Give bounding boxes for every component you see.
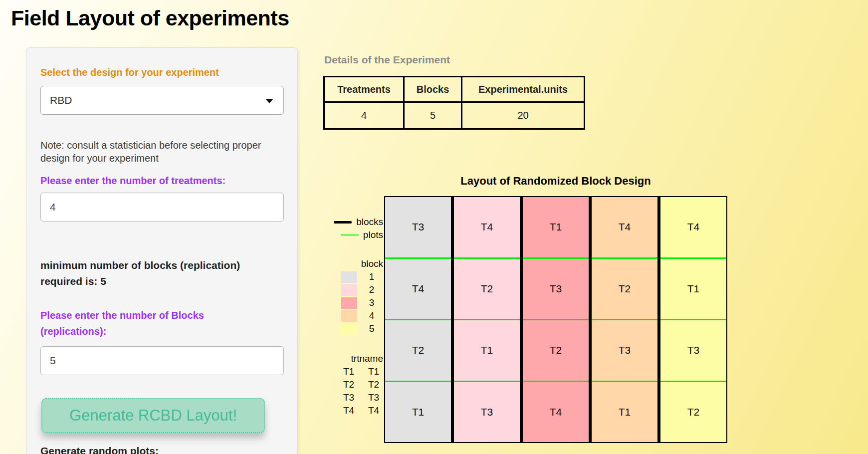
trt-code-label: T4: [340, 405, 357, 416]
block-column-3: T1T3T2T4: [520, 197, 589, 442]
legend-block-row: 2: [319, 283, 383, 296]
block-column-4: T4T2T3T1: [589, 197, 657, 442]
plot-cell: T4: [592, 197, 657, 257]
plot-cell: T1: [592, 381, 657, 443]
plot-cell: T1: [660, 257, 726, 319]
legend-block-row: 5: [319, 322, 383, 335]
plot-cell: T3: [523, 257, 589, 319]
blocks-input[interactable]: [40, 346, 284, 375]
block-color-swatch: [341, 284, 357, 296]
trt-code-label: T1: [340, 366, 357, 377]
legend-block-row: 1: [319, 270, 383, 283]
trt-name-label: T2: [365, 379, 382, 390]
blocks-label: Please enter the number of Blocks (repli…: [40, 307, 270, 339]
block-column-2: T4T2T1T3: [451, 197, 520, 442]
design-note-text: Note: consult a statistician before sele…: [40, 139, 279, 165]
block-color-swatch: [341, 323, 357, 335]
plots-line-icon: [341, 234, 359, 235]
treatments-input[interactable]: [40, 193, 284, 222]
trt-code-label: T2: [340, 379, 357, 390]
details-table-value-cell: 20: [462, 102, 585, 129]
blocks-line-icon: [334, 221, 352, 224]
block-number-label: 5: [364, 323, 379, 334]
plot-cell: T1: [454, 319, 520, 381]
block-number-label: 2: [364, 284, 379, 295]
plot-cell: T1: [385, 381, 451, 443]
legend-block-section: block 12345: [319, 257, 383, 335]
legend-trt-section: trtname T1T1T2T2T3T3T4T4: [319, 352, 383, 417]
block-color-swatch: [341, 271, 357, 283]
details-table-value-cell: 4: [324, 102, 404, 129]
min-blocks-text: minimum number of blocks (replication) r…: [40, 257, 275, 289]
legend-trt-row: T4T4: [319, 404, 383, 417]
treatments-label: Please enter the number of treatments:: [40, 173, 270, 189]
block-number-label: 3: [364, 297, 379, 308]
block-color-swatch: [341, 297, 357, 309]
plot-cell: T3: [385, 197, 451, 257]
block-number-label: 4: [364, 310, 379, 321]
legend-blocks-entry: blocks: [319, 216, 383, 228]
block-column-1: T3T4T2T1: [385, 197, 451, 442]
details-table-header-cell: Blocks: [404, 77, 462, 102]
block-column-5: T4T1T3T2: [657, 197, 726, 442]
details-table-header-row: TreatmentsBlocksExperimental.units: [324, 77, 585, 102]
plot-cell: T1: [523, 197, 589, 257]
random-plots-label: Generate random plots:: [40, 445, 159, 454]
chevron-down-icon: [265, 99, 273, 103]
legend-lines-section: blocks plots: [319, 216, 383, 241]
legend-plots-label: plots: [363, 229, 383, 240]
trt-name-label: T4: [365, 405, 382, 416]
legend-trt-row: T1T1: [319, 365, 383, 378]
plot-cell: T4: [523, 381, 589, 443]
plot-cell: T2: [454, 257, 520, 319]
details-table: TreatmentsBlocksExperimental.units 4520: [323, 76, 585, 130]
details-table-value-cell: 5: [404, 102, 462, 129]
rcbd-layout-grid: T3T4T2T1T4T2T1T3T1T3T2T4T4T2T3T1T4T1T3T2: [384, 196, 727, 443]
legend-block-row: 3: [319, 296, 383, 309]
block-number-label: 1: [364, 271, 379, 282]
plot-cell: T4: [385, 257, 451, 319]
plot-cell: T3: [454, 381, 520, 443]
legend-trt-header: trtname: [319, 352, 383, 365]
trt-code-label: T3: [340, 392, 357, 403]
plot-cell: T2: [660, 381, 726, 443]
details-heading: Details of the Experiment: [324, 54, 450, 66]
details-table-header-cell: Treatments: [324, 77, 404, 102]
legend-plots-entry: plots: [319, 228, 383, 241]
plot-title: Layout of Randomized Block Design: [384, 175, 727, 188]
trt-name-label: T1: [365, 366, 382, 377]
plot-cell: T4: [454, 197, 520, 257]
design-select-value: RBD: [50, 94, 72, 106]
plot-cell: T2: [592, 257, 657, 319]
trt-name-label: T3: [365, 392, 382, 403]
sidebar-panel: Select the design for your experiment RB…: [26, 47, 298, 454]
design-select-label: Select the design for your experiment: [40, 67, 219, 78]
plot-cell: T2: [385, 319, 451, 381]
plot-cell: T3: [592, 319, 657, 381]
legend-block-rows: 12345: [319, 270, 383, 335]
plot-cell: T4: [660, 197, 726, 257]
plot-legend: blocks plots block 12345 trtname T1T1T2T…: [319, 216, 383, 417]
legend-blocks-label: blocks: [356, 217, 383, 227]
plot-cell: T2: [523, 319, 589, 381]
legend-trt-row: T3T3: [319, 391, 383, 404]
legend-trt-rows: T1T1T2T2T3T3T4T4: [319, 365, 383, 417]
page-title: Field Layout of experiments: [11, 6, 289, 30]
generate-layout-button[interactable]: Generate RCBD Layout!: [41, 398, 265, 433]
design-select-dropdown[interactable]: RBD: [40, 86, 284, 115]
legend-block-row: 4: [319, 309, 383, 322]
legend-block-header: block: [319, 257, 383, 270]
block-color-swatch: [341, 310, 357, 322]
legend-trt-row: T2T2: [319, 378, 383, 391]
details-table-value-row: 4520: [324, 102, 585, 129]
plot-cell: T3: [660, 319, 726, 381]
details-table-header-cell: Experimental.units: [462, 77, 585, 102]
